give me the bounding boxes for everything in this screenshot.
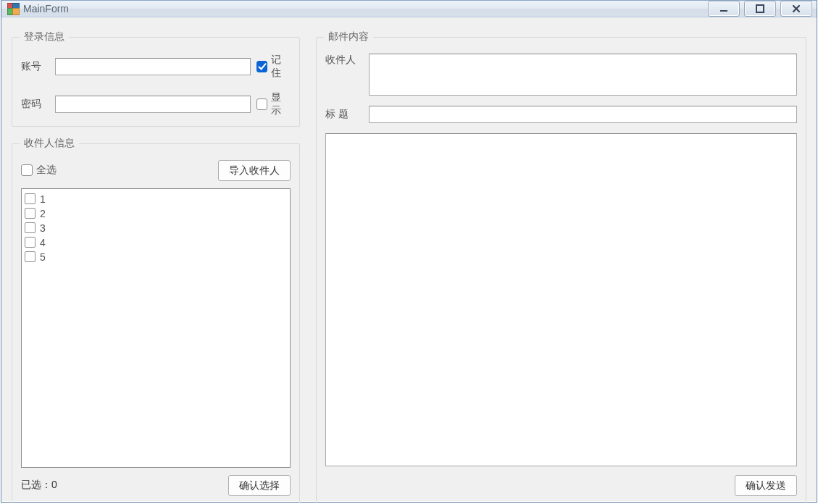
list-item[interactable]: 4: [25, 235, 287, 250]
left-column: 登录信息 账号 记住 密码 显示: [12, 30, 300, 503]
minimize-icon: [719, 4, 729, 13]
select-all-label: 全选: [36, 164, 57, 177]
minimize-button[interactable]: [708, 1, 740, 17]
maximize-button[interactable]: [744, 1, 776, 17]
selected-count-label: 已选：0: [21, 479, 57, 492]
app-icon: [7, 3, 19, 14]
login-group: 登录信息 账号 记住 密码 显示: [12, 30, 300, 127]
login-legend: 登录信息: [20, 30, 69, 43]
account-label: 账号: [21, 60, 49, 73]
right-column: 邮件内容 收件人 标 题 确认发送: [316, 30, 806, 503]
window-controls: [708, 1, 812, 17]
import-recipients-button[interactable]: 导入收件人: [218, 160, 291, 181]
list-item-checkbox[interactable]: [25, 208, 36, 219]
list-item-checkbox[interactable]: [25, 251, 36, 262]
recipients-legend: 收件人信息: [20, 137, 79, 150]
select-all-checkbox-wrap[interactable]: 全选: [21, 164, 57, 177]
password-label: 密码: [21, 98, 49, 111]
list-item-checkbox[interactable]: [25, 222, 36, 233]
window-title: MainForm: [23, 3, 69, 14]
remember-checkbox[interactable]: [256, 61, 268, 72]
mail-legend: 邮件内容: [324, 30, 373, 43]
show-label: 显示: [271, 91, 291, 117]
titlebar[interactable]: MainForm: [1, 1, 817, 17]
subject-label: 标 题: [325, 108, 362, 121]
confirm-send-button[interactable]: 确认发送: [735, 475, 797, 496]
svg-rect-1: [756, 5, 764, 12]
account-input[interactable]: [55, 58, 251, 75]
close-button[interactable]: [780, 1, 812, 17]
show-checkbox[interactable]: [256, 98, 268, 110]
recipients-group: 收件人信息 全选 导入收件人 12345 已选：0 确认选择: [12, 137, 300, 503]
mail-content-group: 邮件内容 收件人 标 题 确认发送: [316, 30, 806, 503]
remember-checkbox-wrap[interactable]: 记住: [256, 54, 291, 80]
subject-input[interactable]: [369, 106, 797, 123]
list-item-checkbox[interactable]: [25, 193, 36, 204]
close-icon: [791, 4, 801, 13]
list-item-label: 1: [40, 193, 46, 205]
maximize-icon: [755, 4, 765, 13]
confirm-select-button[interactable]: 确认选择: [228, 475, 291, 496]
svg-rect-0: [720, 10, 727, 12]
to-input[interactable]: [369, 54, 797, 96]
client-area: 登录信息 账号 记住 密码 显示: [1, 17, 817, 503]
list-item-label: 5: [40, 251, 46, 263]
select-all-checkbox[interactable]: [21, 164, 33, 176]
list-item-label: 4: [40, 237, 46, 248]
remember-label: 记住: [271, 54, 291, 80]
body-input[interactable]: [325, 133, 797, 466]
list-item[interactable]: 1: [25, 192, 287, 206]
list-item[interactable]: 3: [25, 221, 287, 235]
main-window: MainForm 登录信息 账号 记住: [1, 0, 817, 503]
list-item-checkbox[interactable]: [25, 237, 36, 248]
list-item[interactable]: 2: [25, 206, 287, 221]
show-checkbox-wrap[interactable]: 显示: [256, 91, 291, 117]
to-label: 收件人: [325, 54, 362, 67]
list-item[interactable]: 5: [25, 250, 287, 264]
recipient-list[interactable]: 12345: [21, 188, 291, 468]
list-item-label: 3: [40, 222, 46, 234]
list-item-label: 2: [40, 208, 46, 219]
password-input[interactable]: [55, 96, 251, 113]
